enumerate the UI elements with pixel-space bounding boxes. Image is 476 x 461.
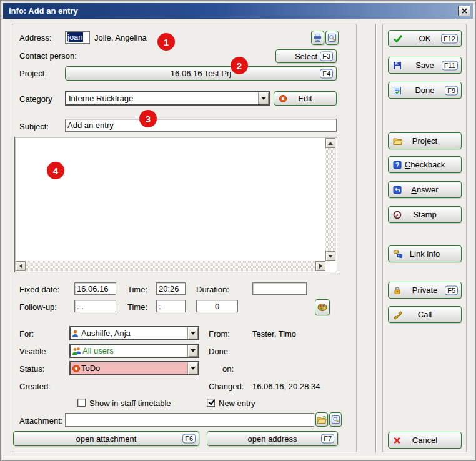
color-palette-button[interactable] <box>315 299 330 315</box>
done-button-label: Done <box>415 86 434 95</box>
person-icon <box>72 329 81 338</box>
project-field-button[interactable]: 16.06.16 Test Prj F4 <box>65 66 337 81</box>
visable-dropdown[interactable]: All users <box>69 344 199 358</box>
close-button[interactable] <box>458 6 470 16</box>
new-entry-label: New entry <box>219 399 255 408</box>
link-info-button[interactable]: Link info <box>388 245 462 262</box>
palette-icon <box>317 303 327 312</box>
show-in-staff-timetable-label: Show in staff timetable <box>89 399 171 408</box>
panel-divider <box>375 24 377 452</box>
question-icon: ? <box>393 161 402 169</box>
visable-value: All users <box>82 346 114 355</box>
address-selected-text: joan <box>67 32 83 42</box>
vertical-scrollbar[interactable] <box>325 138 336 261</box>
changed-value: 16.06.16, 20:28:34 <box>252 382 320 391</box>
category-dropdown[interactable]: Interne Rückfrage <box>65 91 270 106</box>
call-button[interactable]: Call <box>388 306 462 323</box>
annotation-badge-4: 4 <box>47 162 64 179</box>
floppy-disk-icon <box>393 61 402 70</box>
project-fkey-badge: F4 <box>320 69 333 78</box>
annotation-badge-2: 2 <box>231 57 248 74</box>
duration-input[interactable] <box>252 282 307 295</box>
follow-up-time-label: Time: <box>127 302 147 312</box>
annotation-badge-1: 1 <box>157 33 175 51</box>
project-button[interactable]: Project <box>388 132 462 149</box>
open-attachment-fkey-badge: F6 <box>182 434 196 444</box>
status-value: ToDo <box>81 364 100 373</box>
address-input[interactable]: joan <box>65 31 90 44</box>
done-button[interactable]: Done F9 <box>388 82 462 99</box>
for-dropdown-arrow[interactable] <box>187 327 198 339</box>
browse-attachment-button[interactable] <box>315 412 328 427</box>
print-button[interactable] <box>311 31 324 45</box>
call-button-label: Call <box>418 310 432 319</box>
from-label: From: <box>209 329 230 339</box>
stamp-clock-icon <box>393 211 402 219</box>
horizontal-scrollbar[interactable] <box>16 261 325 271</box>
chevron-down-icon <box>191 349 196 352</box>
on-label: on: <box>222 364 234 374</box>
scroll-down-button[interactable] <box>325 251 335 261</box>
annotation-badge-3: 3 <box>139 110 157 127</box>
category-dropdown-arrow[interactable] <box>258 92 269 104</box>
scroll-up-button[interactable] <box>325 138 335 148</box>
cancel-button-label: Cancel <box>412 435 437 445</box>
scroll-right-button[interactable] <box>315 261 325 271</box>
answer-button-label: Answer <box>411 185 438 194</box>
time-label: Time: <box>127 285 147 294</box>
arrow-up-icon <box>328 142 333 145</box>
private-button[interactable]: Private F5 <box>388 282 462 299</box>
private-fkey-badge: F5 <box>445 285 458 295</box>
for-dropdown[interactable]: Aushilfe, Anja <box>69 326 199 340</box>
task-done-icon <box>393 86 402 95</box>
contact-person-label: Contact person: <box>19 51 77 61</box>
time-input[interactable] <box>156 282 186 295</box>
follow-up-count-input[interactable] <box>196 300 238 312</box>
visable-dropdown-arrow[interactable] <box>187 345 198 357</box>
changed-label: Changed: <box>209 382 244 391</box>
preview-button[interactable] <box>325 31 339 45</box>
from-value: Tester, Timo <box>252 329 296 339</box>
stamp-button-label: Stamp <box>413 210 437 219</box>
ok-button[interactable]: OK F12 <box>388 30 462 47</box>
stamp-button[interactable]: Stamp <box>388 206 462 223</box>
address-name-text: Jolie, Angelina <box>94 33 147 42</box>
project-field-label: 16.06.16 Test Prj <box>171 69 231 78</box>
status-dropdown-arrow[interactable] <box>187 362 198 374</box>
scroll-left-button[interactable] <box>16 261 26 271</box>
arrow-down-icon <box>328 255 333 258</box>
edit-button[interactable]: Edit <box>274 91 337 106</box>
follow-up-date-input[interactable] <box>74 300 116 312</box>
show-in-staff-timetable-checkbox[interactable] <box>77 399 86 407</box>
todo-ring-icon <box>72 364 81 373</box>
new-entry-checkbox[interactable] <box>207 399 215 407</box>
category-value: Interne Rückfrage <box>67 94 133 103</box>
status-dropdown[interactable]: ToDo <box>69 361 199 375</box>
select-button[interactable]: Select F3 <box>275 49 337 63</box>
chevron-down-icon <box>191 332 196 335</box>
follow-up-time-input[interactable] <box>156 300 186 312</box>
fixed-date-input[interactable] <box>74 282 116 295</box>
arrow-right-icon <box>319 264 322 269</box>
cancel-button[interactable]: Cancel <box>388 432 462 449</box>
done-label: Done: <box>209 347 231 356</box>
category-label: Category <box>19 94 52 104</box>
arrow-left-icon <box>19 264 22 269</box>
answer-button[interactable]: Answer <box>388 181 462 198</box>
open-address-button[interactable]: open address F7 <box>207 431 338 446</box>
checkback-button[interactable]: ? Checkback <box>388 156 462 173</box>
follow-up-label: Follow-up: <box>19 302 57 312</box>
reply-arrow-icon <box>393 186 402 194</box>
subject-label: Subject: <box>19 122 49 131</box>
lock-icon <box>393 286 402 295</box>
open-attachment-button[interactable]: open attachment F6 <box>13 431 199 446</box>
message-textarea[interactable] <box>14 137 337 272</box>
link-tags-icon <box>393 249 403 259</box>
chevron-down-icon <box>191 367 196 370</box>
attachment-preview-button[interactable] <box>329 412 342 427</box>
subject-input[interactable] <box>65 119 337 132</box>
save-fkey-badge: F11 <box>442 61 458 70</box>
save-button[interactable]: Save F11 <box>388 57 462 74</box>
attachment-input[interactable] <box>65 413 314 427</box>
svg-text:?: ? <box>395 161 399 168</box>
